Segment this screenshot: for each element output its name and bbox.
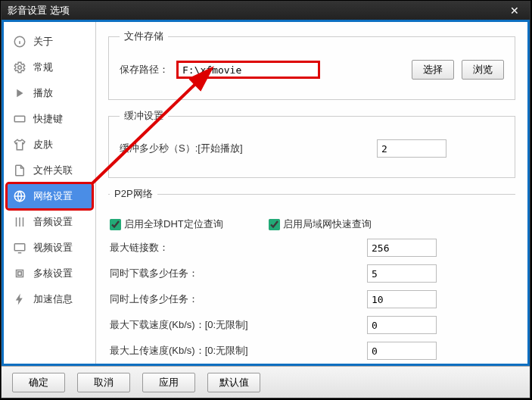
sidebar-item-video[interactable]: 视频设置 (8, 236, 92, 260)
sidebar-item-about[interactable]: 关于 (8, 30, 92, 54)
defaults-button[interactable]: 默认值 (207, 373, 260, 392)
bolt-icon (12, 292, 27, 307)
maxul-label: 最大上传速度(Kb/s)：[0:无限制] (110, 344, 359, 358)
close-icon[interactable]: ✕ (506, 5, 524, 17)
sidebar-item-audio[interactable]: 音频设置 (8, 210, 92, 234)
apply-button[interactable]: 应用 (142, 373, 195, 392)
sidebar-item-fileassoc[interactable]: 文件关联 (8, 158, 92, 183)
lan-checkbox-input[interactable] (269, 219, 280, 230)
p2p-legend: P2P网络 (110, 187, 157, 201)
dltasks-input[interactable] (367, 264, 437, 283)
select-button[interactable]: 选择 (412, 60, 454, 80)
titlebar: 影音设置 选项 ✕ (2, 2, 530, 20)
sidebar: 关于 常规 播放 快捷键 皮肤 文件关联 网络设置 音频设置 视频设置 多核设置… (4, 22, 96, 364)
monitor-icon (12, 240, 27, 255)
sidebar-item-label: 网络设置 (33, 189, 73, 203)
shirt-icon (12, 137, 27, 152)
sidebar-item-network[interactable]: 网络设置 (8, 184, 92, 208)
footer: 确定 取消 应用 默认值 (2, 366, 530, 398)
sidebar-item-label: 音频设置 (33, 215, 73, 229)
sidebar-item-multicore[interactable]: 多核设置 (8, 261, 92, 286)
sidebar-item-label: 视频设置 (33, 241, 73, 255)
sidebar-item-label: 播放 (33, 86, 53, 100)
sidebar-item-label: 关于 (33, 35, 53, 48)
sidebar-item-label: 皮肤 (33, 138, 53, 152)
maxconn-label: 最大链接数： (110, 241, 359, 255)
storage-legend: 文件存储 (120, 30, 168, 43)
sidebar-item-play[interactable]: 播放 (8, 81, 92, 105)
play-icon (12, 86, 27, 101)
sidebar-item-label: 常规 (33, 61, 53, 74)
maxconn-input[interactable] (367, 239, 437, 257)
globe-icon (12, 189, 27, 204)
sidebar-item-hotkeys[interactable]: 快捷键 (8, 107, 92, 131)
sidebar-item-label: 加速信息 (33, 292, 73, 306)
cancel-button[interactable]: 取消 (77, 373, 130, 392)
lan-label: 启用局域网快速查询 (283, 217, 372, 231)
buffer-legend: 缓冲设置 (120, 109, 168, 123)
ultasks-label: 同时上传多少任务： (110, 292, 359, 306)
buffer-group: 缓冲设置 缓冲多少秒（S）:[开始播放] (108, 109, 515, 178)
sidebar-item-general[interactable]: 常规 (8, 55, 92, 80)
keyboard-icon (12, 111, 27, 127)
save-path-input[interactable] (176, 61, 320, 79)
svg-rect-5 (17, 270, 23, 277)
sidebar-item-skin[interactable]: 皮肤 (8, 133, 92, 157)
dht-label: 启用全球DHT定位查询 (124, 217, 223, 231)
sidebar-item-accel[interactable]: 加速信息 (8, 287, 92, 311)
file-icon (12, 163, 27, 178)
buffer-seconds-input[interactable] (377, 139, 446, 158)
dht-checkbox-input[interactable] (110, 219, 121, 230)
sidebar-item-label: 文件关联 (33, 164, 73, 177)
maxul-input[interactable] (367, 342, 437, 360)
gear-icon (12, 60, 27, 75)
lan-checkbox[interactable]: 启用局域网快速查询 (269, 217, 372, 231)
dht-checkbox[interactable]: 启用全球DHT定位查询 (110, 217, 223, 231)
svg-rect-4 (14, 244, 25, 251)
sidebar-item-label: 多核设置 (33, 267, 73, 280)
svg-rect-6 (18, 272, 22, 276)
content-panel: 文件存储 保存路径： 选择 浏览 缓冲设置 缓冲多少秒（S）:[开始播放] P2… (96, 22, 527, 364)
maxdl-input[interactable] (367, 316, 437, 334)
window-title: 影音设置 选项 (8, 4, 70, 17)
maxdl-label: 最大下载速度(Kb/s)：[0:无限制] (110, 318, 359, 332)
svg-point-1 (18, 66, 22, 70)
dltasks-label: 同时下载多少任务： (110, 267, 359, 280)
sidebar-item-label: 快捷键 (33, 112, 63, 126)
info-icon (12, 34, 27, 49)
svg-rect-2 (14, 116, 25, 122)
ok-button[interactable]: 确定 (12, 373, 65, 392)
p2p-group: P2P网络 启用全球DHT定位查询 启用局域网快速查询 最大链接数： 同时下载多… (108, 187, 515, 364)
storage-group: 文件存储 保存路径： 选择 浏览 (108, 30, 515, 100)
path-label: 保存路径： (120, 63, 169, 77)
sliders-icon (12, 214, 27, 230)
ultasks-input[interactable] (367, 290, 437, 308)
cpu-icon (12, 266, 27, 281)
browse-button[interactable]: 浏览 (462, 60, 504, 80)
buffer-label: 缓冲多少秒（S）:[开始播放] (120, 142, 369, 155)
